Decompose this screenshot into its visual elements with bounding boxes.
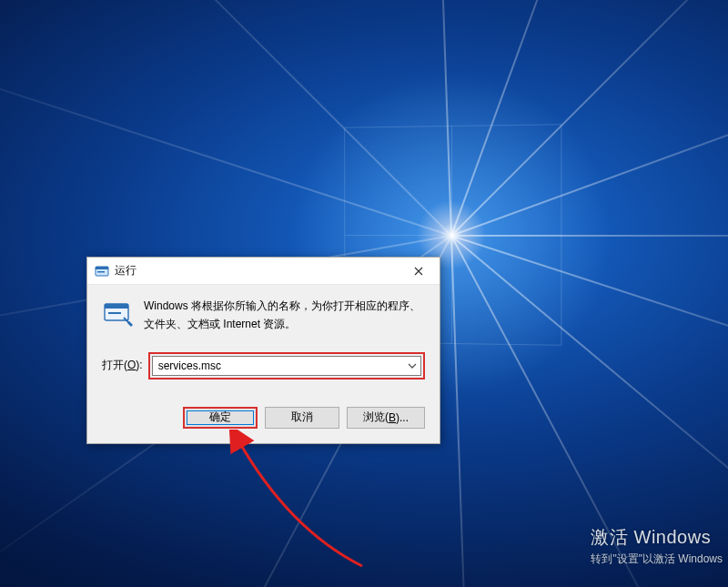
browse-button[interactable]: 浏览(B)... [347, 407, 425, 429]
svg-rect-1 [96, 267, 108, 269]
open-label: 打开(O): [102, 358, 143, 373]
button-row: 确定 取消 浏览(B)... [87, 389, 440, 443]
open-input[interactable] [153, 357, 404, 375]
activation-watermark: 激活 Windows 转到"设置"以激活 Windows [591, 525, 723, 567]
chevron-down-icon[interactable] [404, 357, 420, 375]
dialog-description: Windows 将根据你所输入的名称，为你打开相应的程序、文件夹、文档或 Int… [144, 298, 425, 334]
cancel-button[interactable]: 取消 [265, 407, 339, 429]
open-combobox[interactable] [152, 356, 421, 376]
dialog-title: 运行 [115, 263, 398, 278]
run-dialog: 运行 Windows 将根据你所输入的名称，为你打开相应的程序、文件夹、文档或 … [86, 257, 440, 444]
close-button[interactable] [398, 258, 440, 285]
svg-rect-4 [105, 304, 128, 309]
open-input-highlight [148, 352, 425, 380]
titlebar[interactable]: 运行 [87, 258, 440, 285]
run-dialog-icon [102, 298, 133, 329]
watermark-title: 激活 Windows [591, 525, 723, 550]
ok-button[interactable]: 确定 [183, 407, 258, 429]
svg-rect-5 [108, 312, 121, 314]
svg-rect-2 [97, 271, 105, 273]
run-titlebar-icon [95, 264, 109, 278]
watermark-subtitle: 转到"设置"以激活 Windows [591, 552, 723, 567]
